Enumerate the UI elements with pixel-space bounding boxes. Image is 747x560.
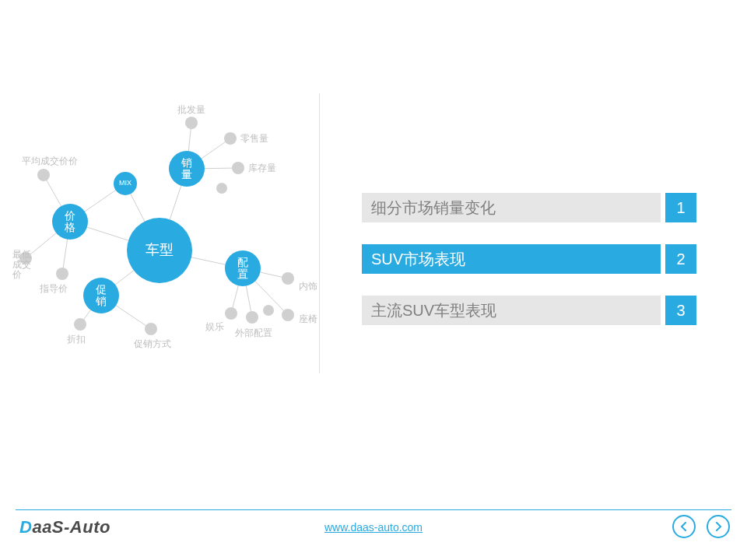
- leaf-inventory: [232, 162, 244, 174]
- leaf-promo-method: [145, 323, 157, 335]
- node-promo-label: 促 销: [96, 284, 107, 308]
- leaf-ext-config-label: 外部配置: [235, 327, 272, 340]
- toc-item-label: 细分市场销量变化: [362, 193, 661, 222]
- leaf-ext-config: [246, 311, 258, 324]
- node-center: 车型: [127, 218, 192, 283]
- leaf-min-price-label: 最低 成交 价: [12, 250, 31, 281]
- footer-divider: [16, 509, 731, 510]
- node-center-label: 车型: [146, 243, 174, 258]
- chevron-right-icon: [714, 522, 723, 531]
- toc-item-1[interactable]: 细分市场销量变化 1: [362, 193, 696, 222]
- node-config: 配 置: [225, 250, 261, 286]
- node-price: 价 格: [52, 204, 88, 240]
- mindmap-diagram: 车型 价 格 销 量 配 置 促 销 MIX 平均成交价价 最低 成交 价 指导…: [0, 0, 319, 467]
- leaf-seat-label: 座椅: [299, 313, 317, 326]
- node-promo: 促 销: [83, 278, 119, 313]
- node-config-label: 配 置: [237, 257, 248, 281]
- leaf-wholesale: [185, 117, 198, 129]
- leaf-entertain-label: 娱乐: [205, 320, 224, 334]
- vertical-divider: [319, 93, 320, 373]
- node-mix: MIX: [114, 172, 137, 195]
- toc-item-3[interactable]: 主流SUV车型表现 3: [362, 296, 696, 325]
- leaf-discount: [74, 318, 86, 331]
- node-sales-label: 销 量: [181, 157, 192, 181]
- leaf-decorative: [216, 183, 227, 194]
- leaf-msrp-label: 指导价: [40, 282, 68, 296]
- footer-link: www.daas-auto.com: [0, 521, 747, 534]
- leaf-decorative: [263, 305, 274, 316]
- leaf-interior: [282, 272, 294, 285]
- toc-item-number: 3: [665, 296, 696, 325]
- node-price-label: 价 格: [65, 210, 75, 234]
- node-sales: 销 量: [169, 151, 205, 187]
- nav-buttons: [672, 515, 730, 538]
- next-button[interactable]: [707, 515, 730, 538]
- leaf-avg-price-label: 平均成交价价: [22, 155, 78, 168]
- leaf-msrp: [56, 268, 68, 280]
- node-mix-label: MIX: [119, 180, 132, 187]
- chevron-left-icon: [679, 522, 689, 531]
- toc-item-2[interactable]: SUV市场表现 2: [362, 244, 696, 274]
- leaf-wholesale-label: 批发量: [177, 103, 205, 117]
- slide: 细分市场销量变化 1 SUV市场表现 2 主流SUV车型表现 3: [0, 0, 747, 560]
- toc-item-label: 主流SUV车型表现: [362, 296, 661, 325]
- footer-link-anchor[interactable]: www.daas-auto.com: [324, 521, 423, 534]
- leaf-interior-label: 内饰: [299, 280, 317, 293]
- leaf-promo-method-label: 促销方式: [134, 338, 171, 351]
- leaf-avg-price: [37, 169, 50, 181]
- leaf-seat: [282, 309, 294, 321]
- toc-item-number: 2: [665, 244, 696, 274]
- leaf-retail-label: 零售量: [240, 132, 268, 145]
- leaf-retail: [224, 132, 237, 145]
- leaf-discount-label: 折扣: [67, 333, 86, 346]
- prev-button[interactable]: [672, 515, 696, 538]
- toc-item-number: 1: [665, 193, 696, 222]
- toc-item-label: SUV市场表现: [362, 244, 661, 274]
- leaf-entertain: [225, 307, 237, 320]
- leaf-inventory-label: 库存量: [248, 162, 276, 175]
- toc: 细分市场销量变化 1 SUV市场表现 2 主流SUV车型表现 3: [362, 193, 696, 347]
